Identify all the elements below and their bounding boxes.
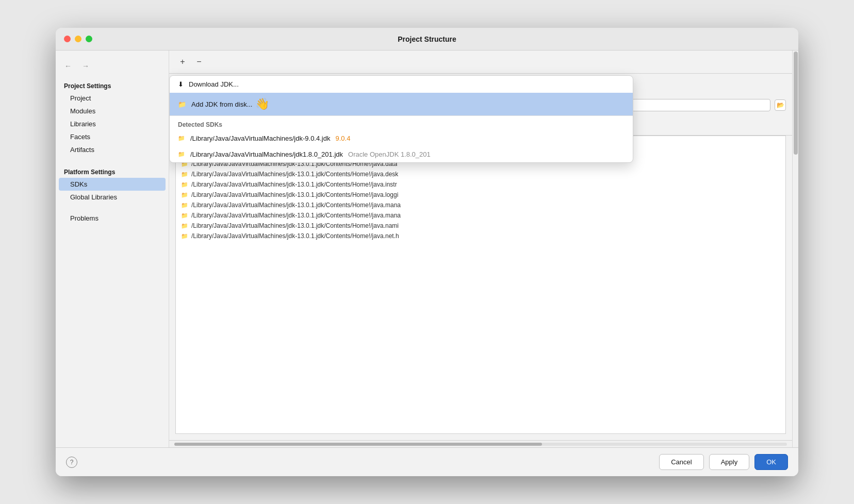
ok-button[interactable]: OK xyxy=(754,454,788,470)
sidebar-item-problems[interactable]: Problems xyxy=(56,212,169,225)
cursor-icon: 👋 xyxy=(255,97,269,111)
add-sdk-button[interactable]: + xyxy=(175,55,190,69)
path-text-3: /Library/Java/JavaVirtualMachines/jdk-13… xyxy=(191,171,398,178)
vertical-scrollbar[interactable] xyxy=(792,51,798,447)
action-buttons: Cancel Apply OK xyxy=(659,454,788,470)
folder-icon: 📁 xyxy=(181,171,188,178)
scrollbar-thumb[interactable] xyxy=(174,443,542,446)
path-item-9[interactable]: 📁 /Library/Java/JavaVirtualMachines/jdk-… xyxy=(176,231,785,241)
project-structure-window: Project Structure ← → Project Settings P… xyxy=(56,28,798,476)
cancel-button[interactable]: Cancel xyxy=(659,454,703,470)
detected-sdk-item-1[interactable]: 📁 /Library/Java/JavaVirtualMachines/jdk1… xyxy=(170,146,633,162)
sidebar-item-project[interactable]: Project xyxy=(56,92,169,105)
toolbar: + − xyxy=(169,51,792,74)
folder-icon: 📁 xyxy=(181,223,188,229)
folder-add-icon: 📁 xyxy=(178,100,186,108)
main-content: ← → Project Settings Project Modules Lib… xyxy=(56,51,798,447)
path-item-3[interactable]: 📁 /Library/Java/JavaVirtualMachines/jdk-… xyxy=(176,169,785,179)
folder-icon: 📁 xyxy=(181,192,188,198)
path-text-8: /Library/Java/JavaVirtualMachines/jdk-13… xyxy=(191,222,399,229)
sidebar-item-artifacts[interactable]: Artifacts xyxy=(56,143,169,156)
path-text-6: /Library/Java/JavaVirtualMachines/jdk-13… xyxy=(191,201,401,209)
path-list: 📁 /Library/Java/JavaVirtualMachines/jdk-… xyxy=(175,136,786,434)
help-button[interactable]: ? xyxy=(66,457,77,468)
sidebar-item-sdks[interactable]: SDKs xyxy=(59,178,166,191)
bottom-bar: ? Cancel Apply OK xyxy=(56,447,798,476)
folder-icon: 📁 xyxy=(181,181,188,188)
nav-forward-button[interactable]: → xyxy=(78,59,93,73)
maximize-button[interactable] xyxy=(86,36,92,42)
path-text-4: /Library/Java/JavaVirtualMachines/jdk-13… xyxy=(191,181,397,188)
add-sdk-dropdown: ⬇ Download JDK... 📁 Add JDK from disk...… xyxy=(169,75,633,163)
traffic-lights xyxy=(64,36,92,42)
sdk-home-browse-button[interactable]: 📂 xyxy=(775,99,786,111)
dropdown-add-jdk-disk[interactable]: 📁 Add JDK from disk... 👋 xyxy=(170,93,633,115)
sidebar-item-global-libraries[interactable]: Global Libraries xyxy=(56,191,169,204)
sidebar-item-modules[interactable]: Modules xyxy=(56,105,169,117)
close-button[interactable] xyxy=(64,36,71,42)
nav-back-button[interactable]: ← xyxy=(61,59,75,73)
path-item-6[interactable]: 📁 /Library/Java/JavaVirtualMachines/jdk-… xyxy=(176,200,785,210)
project-settings-label: Project Settings xyxy=(56,78,169,92)
sidebar-item-libraries[interactable]: Libraries xyxy=(56,117,169,130)
folder-icon-0: 📁 xyxy=(178,135,185,142)
download-icon: ⬇ xyxy=(178,80,184,88)
detected-sdks-label: Detected SDKs xyxy=(170,116,633,130)
vertical-scroll-thumb[interactable] xyxy=(794,52,798,155)
path-item-5[interactable]: 📁 /Library/Java/JavaVirtualMachines/jdk-… xyxy=(176,190,785,200)
content-area: + − ⬇ Download JDK... 📁 Add JDK from dis… xyxy=(169,51,792,447)
apply-button[interactable]: Apply xyxy=(709,454,750,470)
minimize-button[interactable] xyxy=(75,36,81,42)
path-item-8[interactable]: 📁 /Library/Java/JavaVirtualMachines/jdk-… xyxy=(176,221,785,231)
sidebar-item-facets[interactable]: Facets xyxy=(56,130,169,143)
platform-settings-label: Platform Settings xyxy=(56,164,169,178)
folder-icon: 📁 xyxy=(181,212,188,219)
horizontal-scrollbar[interactable] xyxy=(169,440,792,447)
remove-sdk-button[interactable]: − xyxy=(192,55,206,69)
window-title: Project Structure xyxy=(398,35,456,43)
path-text-5: /Library/Java/JavaVirtualMachines/jdk-13… xyxy=(191,191,398,198)
title-bar: Project Structure xyxy=(56,28,798,51)
sidebar: ← → Project Settings Project Modules Lib… xyxy=(56,51,169,447)
path-item-4[interactable]: 📁 /Library/Java/JavaVirtualMachines/jdk-… xyxy=(176,179,785,190)
scrollbar-track xyxy=(174,443,787,446)
path-text-7: /Library/Java/JavaVirtualMachines/jdk-13… xyxy=(191,212,401,219)
path-item-7[interactable]: 📁 /Library/Java/JavaVirtualMachines/jdk-… xyxy=(176,210,785,221)
dropdown-download-jdk[interactable]: ⬇ Download JDK... xyxy=(170,76,633,93)
path-text-9: /Library/Java/JavaVirtualMachines/jdk-13… xyxy=(191,232,399,240)
folder-icon-1: 📁 xyxy=(178,151,185,158)
detected-sdk-item-0[interactable]: 📁 /Library/Java/JavaVirtualMachines/jdk-… xyxy=(170,130,633,146)
folder-icon: 📁 xyxy=(181,233,188,240)
folder-icon: 📁 xyxy=(181,202,188,209)
